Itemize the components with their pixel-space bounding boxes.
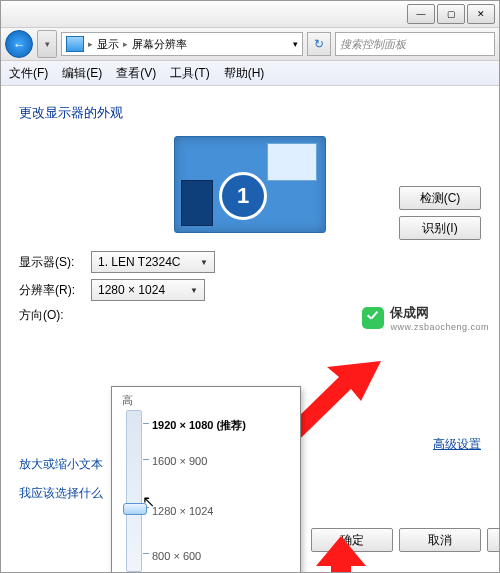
slider-tick <box>143 459 149 460</box>
resolution-option[interactable]: 1920 × 1080 (推荐) <box>152 418 246 433</box>
apply-button[interactable]: 应用(A) <box>487 528 500 552</box>
identify-button[interactable]: 识别(I) <box>399 216 481 240</box>
resolution-popup: 高 1920 × 1080 (推荐)1600 × 9001280 × 10248… <box>111 386 301 573</box>
chevron-down-icon: ▼ <box>190 286 198 295</box>
control-panel-window: { "titlebar": {"min":"—","max":"▢","clos… <box>0 0 500 573</box>
breadcrumb-resolution[interactable]: 屏幕分辨率 <box>132 37 187 52</box>
watermark-name: 保成网 <box>390 304 489 322</box>
page-title: 更改显示器的外观 <box>19 104 481 122</box>
display-value: 1. LEN T2324C <box>98 255 181 269</box>
chevron-down-icon[interactable]: ▾ <box>293 39 298 49</box>
resolution-slider[interactable] <box>126 410 142 572</box>
menu-view[interactable]: 查看(V) <box>116 65 156 82</box>
resolution-option[interactable]: 800 × 600 <box>152 550 201 562</box>
orientation-label: 方向(O): <box>19 307 81 324</box>
monitor-window-icon <box>267 143 317 181</box>
monitor-number-badge: 1 <box>219 172 267 220</box>
search-input[interactable]: 搜索控制面板 <box>335 32 495 56</box>
watermark-url: www.zsbaocheng.com <box>390 322 489 332</box>
display-label: 显示器(S): <box>19 254 81 271</box>
zoom-text-link[interactable]: 放大或缩小文本 <box>19 456 103 473</box>
menu-bar: 文件(F) 编辑(E) 查看(V) 工具(T) 帮助(H) <box>1 61 499 86</box>
forward-button[interactable]: ▾ <box>37 30 57 58</box>
menu-tools[interactable]: 工具(T) <box>170 65 209 82</box>
refresh-button[interactable]: ↻ <box>307 32 331 56</box>
dialog-buttons: 确定 取消 应用(A) <box>311 528 500 552</box>
menu-file[interactable]: 文件(F) <box>9 65 48 82</box>
slider-thumb[interactable] <box>123 503 147 515</box>
resolution-options: 1920 × 1080 (推荐)1600 × 9001280 × 1024800… <box>152 410 290 572</box>
side-buttons: 检测(C) 识别(I) <box>399 186 481 240</box>
display-dropdown[interactable]: 1. LEN T2324C ▼ <box>91 251 215 273</box>
resolution-value: 1280 × 1024 <box>98 283 165 297</box>
menu-edit[interactable]: 编辑(E) <box>62 65 102 82</box>
resolution-option[interactable]: 1600 × 900 <box>152 455 207 467</box>
content-area: 更改显示器的外观 1 检测(C) 识别(I) 显示器(S): 1. LEN T2… <box>1 86 499 342</box>
monitor-taskbar-icon <box>181 180 213 226</box>
detect-button[interactable]: 检测(C) <box>399 186 481 210</box>
watermark: 保成网 www.zsbaocheng.com <box>362 304 489 332</box>
close-button[interactable]: ✕ <box>467 4 495 24</box>
address-bar[interactable]: ▸ 显示 ▸ 屏幕分辨率 ▾ <box>61 32 303 56</box>
navigation-bar: ← ▾ ▸ 显示 ▸ 屏幕分辨率 ▾ ↻ 搜索控制面板 <box>1 28 499 61</box>
slider-tick <box>143 553 149 554</box>
chevron-right-icon: ▸ <box>88 39 93 49</box>
resolution-dropdown[interactable]: 1280 × 1024 ▼ <box>91 279 205 301</box>
maximize-button[interactable]: ▢ <box>437 4 465 24</box>
monitor-thumbnail[interactable]: 1 <box>174 136 326 233</box>
text-size-links: 放大或缩小文本 我应该选择什么 <box>19 456 103 502</box>
resolution-option[interactable]: 1280 × 1024 <box>152 505 213 517</box>
slider-tick <box>143 423 149 424</box>
watermark-check-icon <box>362 307 384 329</box>
cancel-button[interactable]: 取消 <box>399 528 481 552</box>
popup-high-label: 高 <box>122 393 290 408</box>
display-icon <box>66 36 84 52</box>
advanced-settings-link[interactable]: 高级设置 <box>433 436 481 453</box>
ok-button[interactable]: 确定 <box>311 528 393 552</box>
which-resolution-link[interactable]: 我应该选择什么 <box>19 485 103 502</box>
back-button[interactable]: ← <box>5 30 33 58</box>
minimize-button[interactable]: — <box>407 4 435 24</box>
resolution-label: 分辨率(R): <box>19 282 81 299</box>
menu-help[interactable]: 帮助(H) <box>224 65 265 82</box>
breadcrumb-display[interactable]: 显示 <box>97 37 119 52</box>
chevron-right-icon: ▸ <box>123 39 128 49</box>
display-row: 显示器(S): 1. LEN T2324C ▼ <box>19 251 481 273</box>
window-titlebar: — ▢ ✕ <box>1 1 499 28</box>
chevron-down-icon: ▼ <box>200 258 208 267</box>
resolution-row: 分辨率(R): 1280 × 1024 ▼ <box>19 279 481 301</box>
